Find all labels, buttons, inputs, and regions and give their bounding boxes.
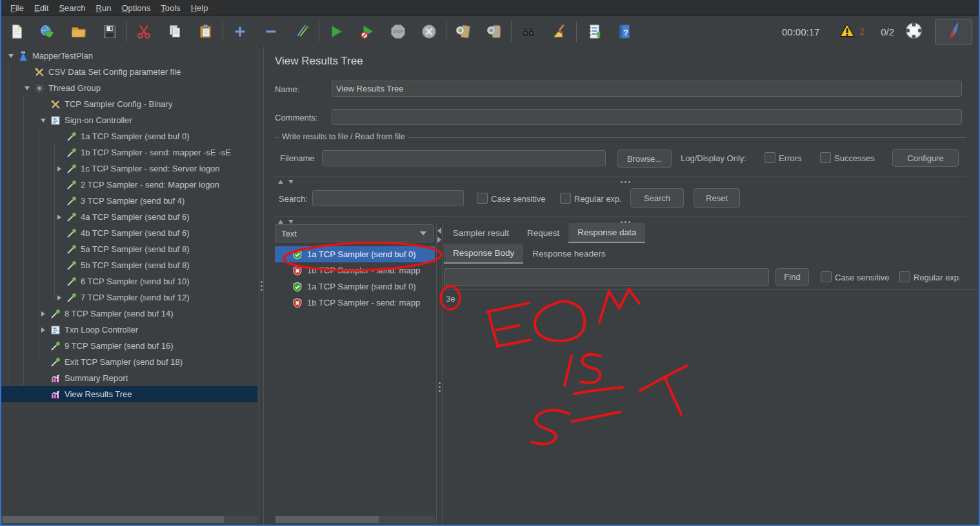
result-item[interactable]: 1b TCP Sampler - send: mapp bbox=[275, 262, 435, 278]
tree-expander-icon[interactable] bbox=[23, 80, 32, 96]
new-file-icon[interactable] bbox=[1, 19, 32, 44]
find-case-sensitive-checkbox[interactable] bbox=[821, 271, 832, 282]
tab-response-data[interactable]: Response data bbox=[568, 223, 645, 243]
reset-button[interactable]: Reset bbox=[694, 188, 740, 208]
result-item[interactable]: 1a TCP Sampler (send buf 0) bbox=[275, 278, 435, 295]
tree-expander-icon[interactable] bbox=[55, 161, 64, 177]
tree-expander-icon[interactable] bbox=[6, 48, 15, 64]
menu-run[interactable]: Run bbox=[91, 3, 117, 13]
tree-item-exit-tcp-sampler-send-buf-18[interactable]: Exit TCP Sampler (send buf 18) bbox=[1, 354, 257, 370]
start-icon[interactable] bbox=[321, 19, 352, 44]
menu-help[interactable]: Help bbox=[186, 3, 214, 13]
search-toolbar-icon[interactable] bbox=[513, 19, 544, 44]
cut-icon[interactable] bbox=[128, 19, 159, 44]
divider-grip[interactable] bbox=[439, 382, 441, 384]
paste-icon[interactable] bbox=[190, 19, 221, 44]
sampler-icon bbox=[66, 195, 77, 206]
menu-options[interactable]: Options bbox=[116, 3, 155, 13]
jmeter-logo-button[interactable] bbox=[935, 19, 972, 44]
tree-item-1c-tcp-sampler-send-server-logon[interactable]: 1c TCP Sampler - send: Server logon bbox=[1, 161, 257, 177]
menu-file[interactable]: File bbox=[5, 3, 29, 13]
tree-item-1a-tcp-sampler-send-buf-0[interactable]: 1a TCP Sampler (send buf 0) bbox=[1, 128, 257, 144]
find-input[interactable] bbox=[444, 268, 769, 286]
filename-input[interactable] bbox=[322, 150, 606, 166]
tree-item-tcp-sampler-config-binary[interactable]: TCP Sampler Config - Binary bbox=[1, 96, 257, 112]
tree-expander-icon[interactable] bbox=[39, 322, 48, 338]
tree-item-4b-tcp-sampler-send-buf-6[interactable]: 4b TCP Sampler (send buf 6) bbox=[1, 225, 257, 241]
templates-icon[interactable] bbox=[32, 19, 63, 44]
search-button[interactable]: Search bbox=[630, 188, 684, 208]
warning-icon[interactable] bbox=[839, 23, 855, 41]
view-mode-dropdown[interactable]: Text bbox=[275, 224, 434, 242]
splitter-grip[interactable] bbox=[621, 181, 623, 183]
open-icon[interactable] bbox=[63, 19, 94, 44]
tree-item-txn-loop-controller[interactable]: Txn Loop Controller bbox=[1, 322, 257, 338]
tree-item-1b-tcp-sampler-send-mapper-se-se[interactable]: 1b TCP Sampler - send: mapper -sE -sE bbox=[1, 144, 257, 161]
tree-item-8-tcp-sampler-send-buf-14[interactable]: 8 TCP Sampler (send buf 14) bbox=[1, 306, 257, 322]
tree-item-csv-data-set-config-parameter-file[interactable]: CSV Data Set Config parameter file bbox=[1, 64, 257, 80]
tree-item-6-tcp-sampler-send-buf-10[interactable]: 6 TCP Sampler (send buf 10) bbox=[1, 273, 257, 289]
help-icon[interactable]: ? bbox=[609, 19, 640, 44]
timer-start-icon[interactable] bbox=[448, 19, 479, 44]
name-input[interactable] bbox=[332, 81, 962, 97]
tree-item-3-tcp-sampler-send-buf-4[interactable]: 3 TCP Sampler (send buf 4) bbox=[1, 193, 257, 209]
tree-item-9-tcp-sampler-send-buf-16[interactable]: 9 TCP Sampler (send buf 16) bbox=[1, 338, 257, 354]
tree-horizontal-scrollbar[interactable] bbox=[1, 516, 257, 523]
tree-item-thread-group[interactable]: Thread Group bbox=[1, 80, 257, 96]
tree-item-summary-report[interactable]: Summary Report bbox=[1, 370, 257, 386]
remove-icon[interactable] bbox=[255, 19, 286, 44]
shutdown-icon[interactable] bbox=[414, 19, 445, 44]
configure-button[interactable]: Configure bbox=[892, 149, 959, 167]
tab-request[interactable]: Request bbox=[518, 223, 568, 243]
tree-expander-icon[interactable] bbox=[39, 112, 48, 128]
search-input[interactable] bbox=[312, 190, 464, 206]
tree-item-sign-on-controller[interactable]: Sign-on Controller bbox=[1, 112, 257, 128]
tree-main-divider[interactable] bbox=[259, 47, 264, 525]
errors-checkbox[interactable] bbox=[765, 152, 775, 163]
clear-icon[interactable] bbox=[544, 19, 575, 44]
stop-icon[interactable]: STOP bbox=[383, 19, 414, 44]
search-case-sensitive-checkbox[interactable] bbox=[477, 193, 488, 204]
tree-item-2-tcp-sampler-send-mapper-logon[interactable]: 2 TCP Sampler - send: Mapper logon bbox=[1, 177, 257, 193]
tree-item-7-tcp-sampler-send-buf-12[interactable]: 7 TCP Sampler (send buf 12) bbox=[1, 289, 257, 306]
collapse-down-icon[interactable] bbox=[288, 180, 294, 184]
menu-search[interactable]: Search bbox=[54, 3, 90, 13]
add-icon[interactable] bbox=[225, 19, 255, 44]
collapse-left-icon[interactable] bbox=[437, 228, 441, 234]
tab-sampler-result[interactable]: Sampler result bbox=[444, 223, 518, 243]
toggle-icon[interactable] bbox=[286, 19, 317, 44]
tree-expander-icon[interactable] bbox=[55, 209, 64, 225]
function-helper-icon[interactable] bbox=[578, 19, 609, 44]
tree-item-4a-tcp-sampler-send-buf-6[interactable]: 4a TCP Sampler (send buf 6) bbox=[1, 209, 257, 225]
result-item[interactable]: 1b TCP Sampler - send: mapp bbox=[275, 295, 435, 311]
tree-expander-icon[interactable] bbox=[39, 306, 48, 322]
tree-item-5a-tcp-sampler-send-buf-8[interactable]: 5a TCP Sampler (send buf 8) bbox=[1, 241, 257, 257]
results-tabs-divider[interactable] bbox=[436, 223, 443, 525]
menu-edit[interactable]: Edit bbox=[29, 3, 54, 13]
timer-stop-icon[interactable] bbox=[479, 19, 510, 44]
scrollbar-thumb[interactable] bbox=[275, 516, 379, 523]
tree-expander-icon[interactable] bbox=[55, 289, 64, 306]
successes-checkbox[interactable] bbox=[820, 152, 831, 163]
browse-button[interactable]: Browse... bbox=[617, 150, 672, 168]
find-button[interactable]: Find bbox=[775, 268, 809, 286]
start-no-pauses-icon[interactable] bbox=[352, 19, 383, 44]
tree-item-view-results-tree[interactable]: View Results Tree bbox=[1, 386, 257, 402]
search-regexp-checkbox[interactable] bbox=[560, 193, 571, 204]
result-item[interactable]: 1a TCP Sampler (send buf 0) bbox=[275, 246, 435, 262]
tree-item-5b-tcp-sampler-send-buf-8[interactable]: 5b TCP Sampler (send buf 8) bbox=[1, 257, 257, 273]
divider-grip[interactable] bbox=[261, 281, 263, 283]
horizontal-splitter[interactable] bbox=[275, 177, 966, 184]
subtab-response-body[interactable]: Response Body bbox=[444, 244, 523, 264]
results-horizontal-scrollbar[interactable] bbox=[275, 516, 435, 523]
tree-item-mappertestplan[interactable]: MapperTestPlan bbox=[1, 48, 257, 64]
collapse-up-icon[interactable] bbox=[278, 180, 283, 184]
subtab-response-headers[interactable]: Response headers bbox=[523, 244, 614, 264]
find-regexp-checkbox[interactable] bbox=[899, 271, 910, 282]
comments-input[interactable] bbox=[332, 109, 962, 125]
save-icon[interactable] bbox=[94, 19, 125, 44]
menu-tools[interactable]: Tools bbox=[155, 3, 185, 13]
collapse-right-icon[interactable] bbox=[437, 237, 441, 243]
scrollbar-thumb[interactable] bbox=[3, 516, 224, 523]
copy-icon[interactable] bbox=[159, 19, 190, 44]
